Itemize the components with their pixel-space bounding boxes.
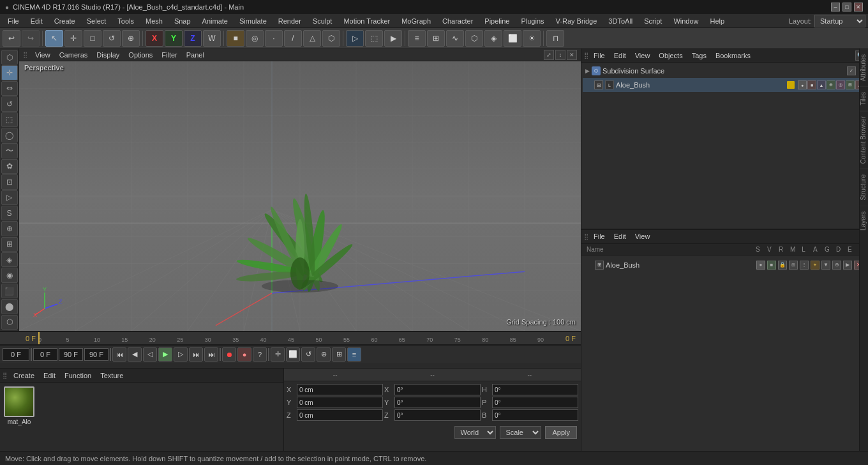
scene-e-icon[interactable]: ▶ [843,261,852,270]
tool-select-lasso-btn[interactable]: 〜 [1,143,18,158]
layers-tab[interactable]: Layers [860,206,868,236]
menu-edit[interactable]: Edit [26,16,48,26]
go-start-button[interactable]: ⏮ [112,347,126,362]
material-item[interactable]: mat_Alo [4,386,34,425]
viewport-lock-btn[interactable]: ↕ [555,50,565,60]
menu-snap[interactable]: Snap [169,16,196,26]
polygon-mode-button[interactable]: △ [303,30,321,47]
menu-3dtoall[interactable]: 3DToAll [603,16,638,26]
aloe-tag-6[interactable]: ⊞ [846,80,855,89]
uvw-mode-button[interactable]: ⬡ [322,30,340,47]
menu-script[interactable]: Script [639,16,667,26]
end-frame-input[interactable] [59,348,83,361]
scene-edit-btn[interactable]: Edit [610,232,630,241]
prev-play-button[interactable]: ◁ [143,347,157,362]
key-button[interactable]: ? [253,347,267,362]
scene-v-icon[interactable]: ■ [767,261,776,270]
menu-render[interactable]: Render [273,16,306,26]
camera-button[interactable]: ⬜ [504,30,521,47]
vp-menu-display[interactable]: Display [93,50,123,59]
scene-r-icon[interactable]: 🔒 [778,261,787,270]
constraint-button[interactable]: ↺ [301,347,315,362]
start-frame-input[interactable] [33,348,57,361]
scene-s-icon[interactable]: ● [756,261,765,270]
x-pos-input[interactable]: 0 cm [297,384,383,395]
freeform-tool-button[interactable]: ⊕ [122,30,140,47]
light-button[interactable]: ☀ [523,30,541,47]
spline-button[interactable]: ∿ [446,30,464,47]
tool-paint2-btn[interactable]: ⬤ [1,299,18,314]
tool-knife-btn[interactable]: ⊞ [1,237,18,252]
obj-edit-btn[interactable]: Edit [610,51,630,60]
b-input[interactable]: 0° [492,409,578,421]
minimize-button[interactable]: – [831,3,840,11]
y-rot-input[interactable]: 0° [394,397,481,408]
world-select[interactable]: World [454,426,496,439]
scene-file-btn[interactable]: File [590,232,609,241]
mograph-button[interactable]: ⊞ [427,30,445,47]
grid-mode-button[interactable]: ⊞ [332,347,346,362]
object-mode-button[interactable]: ■ [227,30,244,47]
scene-a-icon[interactable]: ✦ [811,261,819,270]
structure-tab[interactable]: Structure [860,169,868,206]
menu-select[interactable]: Select [82,16,112,26]
obj-objects-btn[interactable]: Objects [655,51,686,60]
menu-pipeline[interactable]: Pipeline [479,16,514,26]
render-region-button[interactable]: ⬚ [365,30,383,47]
vp-menu-cameras[interactable]: Cameras [56,50,92,59]
attributes-tab[interactable]: Attributes [860,49,868,86]
go-end2-button[interactable]: ⏭ [204,347,218,362]
material-function-btn[interactable]: Function [61,371,95,380]
vp-menu-options[interactable]: Options [124,50,156,59]
scene-g-icon[interactable]: ▼ [821,261,830,270]
tool-5-btn[interactable]: S [1,206,18,220]
close-button[interactable]: ✕ [854,3,863,11]
scene-aloe-row[interactable]: ⊞ Aloe_Bush ● ■ 🔒 ⊞ ⋮ ✦ ▼ ⊕ ▶ ✕ [584,258,865,272]
move-tool-button[interactable]: ✛ [64,30,82,47]
undo-button[interactable]: ↩ [3,30,20,47]
auto-key-button[interactable]: ● [237,347,251,362]
render-active-button[interactable]: ▶ [384,30,402,47]
key-frame-button[interactable]: ⬜ [286,347,300,362]
obj-view-btn[interactable]: View [631,51,654,60]
rotate-tool-button[interactable]: ↺ [103,30,121,47]
apply-button[interactable]: Apply [545,426,577,439]
material-edit-btn[interactable]: Edit [40,371,59,380]
vp-menu-panel[interactable]: Panel [183,50,208,59]
vp-menu-filter[interactable]: Filter [158,50,181,59]
subdivision-surface-row[interactable]: ▶ ⬡ Subdivision Surface ✓ ✓ [583,64,867,78]
menu-plugins[interactable]: Plugins [516,16,549,26]
menu-mograph[interactable]: MoGraph [396,16,436,26]
scale-select[interactable]: Scale [500,426,541,439]
pivot-button[interactable]: ⊕ [317,347,331,362]
tool-select-circle-btn[interactable]: ◯ [1,128,18,142]
aloe-tag-3[interactable]: ▲ [817,80,826,89]
deformer-button[interactable]: ◈ [484,30,502,47]
edit-mode-button[interactable]: ◎ [246,30,264,47]
layout-select[interactable]: Startup [814,15,865,27]
tool-4-btn[interactable]: ▷ [1,190,18,205]
nurbs-button[interactable]: ⬡ [465,30,483,47]
tool-extrude2-btn[interactable]: ◉ [1,268,18,282]
objects-toggle-button[interactable]: ≡ [408,30,426,47]
aloe-tag-4[interactable]: ⊕ [827,80,835,89]
material-thumbnail[interactable] [4,386,34,417]
aloe-bush-row[interactable]: ⊞ L Aloe_Bush ● ■ ▲ ⊕ ◎ ⊞ [583,78,867,92]
animate-mode-button[interactable]: ≡ [347,347,361,362]
z-axis-button[interactable]: Z [184,30,202,47]
tool-paint3-btn[interactable]: ⬡ [1,315,18,330]
obj-file-btn[interactable]: File [590,51,609,60]
menu-help[interactable]: Help [705,16,730,26]
tool-scale-btn[interactable]: ⇔ [1,81,18,96]
menu-tools[interactable]: Tools [112,16,139,26]
menu-window[interactable]: Window [668,16,703,26]
tool-magnet-btn[interactable]: ⊕ [1,221,18,236]
x-rot-input[interactable]: 0° [394,384,481,395]
menu-file[interactable]: File [3,16,24,26]
maximize-button[interactable]: □ [842,3,851,11]
floor-button[interactable]: ⊓ [546,30,564,47]
menu-simulate[interactable]: Simulate [234,16,272,26]
vp-menu-view[interactable]: View [31,50,54,59]
obj-bookmarks-btn[interactable]: Bookmarks [712,51,754,60]
render-button[interactable]: ▷ [346,30,364,47]
